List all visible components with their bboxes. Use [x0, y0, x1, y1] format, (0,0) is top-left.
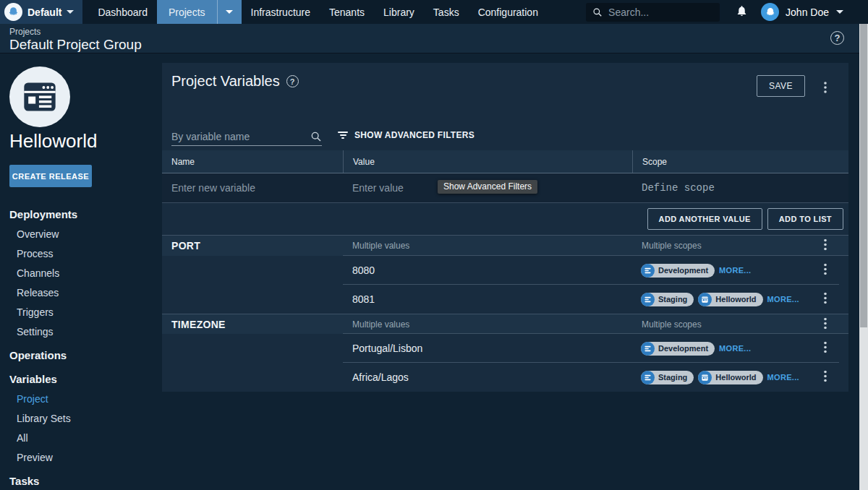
column-header-value: Value — [343, 150, 632, 173]
variable-group-row-timezone[interactable]: TIMEZONE Multiple values Multiple scopes — [162, 314, 848, 334]
row-menu-button[interactable] — [822, 291, 828, 308]
sidebar-item-project[interactable]: Project — [0, 389, 162, 408]
variable-value[interactable]: Africa/Lagos — [162, 371, 460, 383]
row-menu-button[interactable] — [822, 316, 828, 332]
more-link[interactable]: MORE... — [719, 344, 751, 353]
values-summary: Multiple values — [343, 241, 632, 251]
environment-icon — [641, 371, 655, 384]
scopes-summary: Multiple scopes — [632, 319, 848, 330]
kebab-icon — [824, 317, 827, 329]
variable-name[interactable]: TIMEZONE — [162, 319, 343, 330]
more-link[interactable]: MORE... — [767, 373, 799, 382]
variable-value-row: Africa/Lagos Staging Helloworld MORE... — [162, 363, 848, 392]
notifications-button[interactable] — [736, 4, 748, 20]
scope-chip-environment[interactable]: Development — [641, 342, 715, 356]
filter-icon — [338, 130, 348, 140]
sidebar-item-library-sets[interactable]: Library Sets — [0, 408, 162, 428]
create-release-button[interactable]: CREATE RELEASE — [9, 165, 92, 187]
nav-item-tasks[interactable]: Tasks — [424, 0, 469, 24]
sidebar-item-process[interactable]: Process — [0, 244, 162, 263]
sidebar-item-channels[interactable]: Channels — [0, 263, 162, 283]
sidebar-item-preview[interactable]: Preview — [0, 447, 162, 467]
project-icon — [698, 371, 712, 384]
page-title: Project Variables ? — [171, 73, 299, 90]
chevron-down-icon — [226, 10, 233, 14]
variable-name[interactable]: PORT — [162, 240, 343, 252]
variable-name-filter[interactable] — [171, 131, 322, 146]
show-advanced-filters-toggle[interactable]: SHOW ADVANCED FILTERS — [338, 130, 475, 140]
user-avatar[interactable] — [761, 3, 779, 21]
sidebar-item-triggers[interactable]: Triggers — [0, 302, 162, 322]
scope-chip-environment[interactable]: Development — [641, 264, 715, 278]
new-variable-name-input[interactable] — [171, 182, 326, 194]
project-window-icon — [21, 78, 59, 116]
sidebar-item-operations[interactable]: Operations — [0, 345, 162, 365]
nav-item-configuration[interactable]: Configuration — [469, 0, 548, 24]
sidebar-item-all[interactable]: All — [0, 428, 162, 447]
nav-item-tenants[interactable]: Tenants — [320, 0, 374, 24]
add-another-value-button[interactable]: ADD ANOTHER VALUE — [647, 208, 762, 230]
project-sidebar: Helloworld CREATE RELEASE Deployments Ov… — [0, 53, 162, 490]
kebab-icon — [824, 239, 827, 251]
global-search[interactable] — [586, 3, 720, 22]
help-icon: ? — [830, 31, 844, 45]
table-header: Name Value Scope — [162, 150, 848, 173]
advanced-filters-tooltip: Show Advanced Filters — [438, 180, 537, 194]
space-selector[interactable]: Default — [0, 0, 82, 24]
user-menu-chevron-icon[interactable] — [836, 10, 843, 14]
overflow-menu-button[interactable] — [822, 80, 828, 97]
sidebar-item-tasks[interactable]: Tasks — [0, 471, 162, 490]
add-to-list-button[interactable]: ADD TO LIST — [767, 208, 843, 230]
nav-item-projects[interactable]: Projects — [157, 0, 217, 24]
row-menu-button[interactable] — [822, 340, 828, 357]
variable-value[interactable]: Portugal/Lisbon — [162, 343, 460, 354]
breadcrumb[interactable]: Projects — [9, 27, 868, 37]
scope-chip-environment[interactable]: Staging — [641, 293, 694, 306]
sidebar-item-overview[interactable]: Overview — [0, 224, 162, 244]
environment-icon — [641, 293, 655, 306]
row-menu-button[interactable] — [822, 262, 828, 279]
search-icon — [310, 131, 322, 142]
scope-chip-project[interactable]: Helloworld — [698, 293, 762, 306]
row-menu-button[interactable] — [822, 369, 828, 386]
main-content: Project Variables ? SAVE SHOW ADVANCED F… — [162, 53, 868, 490]
scope-chip-project[interactable]: Helloworld — [698, 371, 762, 384]
bell-icon — [736, 4, 748, 17]
nav-item-dashboard[interactable]: Dashboard — [88, 0, 157, 24]
nav-item-library[interactable]: Library — [374, 0, 424, 24]
variable-value[interactable]: 8080 — [162, 265, 460, 276]
variable-value-row: Portugal/Lisbon Development MORE... — [162, 334, 848, 363]
projects-dropdown-button[interactable] — [217, 0, 242, 24]
variable-value[interactable]: 8081 — [162, 293, 460, 305]
page-scrollbar[interactable] — [859, 24, 868, 490]
chevron-down-icon — [67, 10, 74, 14]
project-icon — [698, 293, 712, 306]
variable-group-row-port[interactable]: PORT Multiple values Multiple scopes — [162, 236, 848, 256]
environment-icon — [641, 342, 655, 356]
more-link[interactable]: MORE... — [767, 295, 799, 304]
global-search-input[interactable] — [608, 7, 702, 18]
help-button[interactable]: ? — [830, 31, 844, 45]
octopus-logo-icon — [4, 3, 22, 21]
sidebar-item-settings[interactable]: Settings — [0, 322, 162, 341]
variable-name-filter-input[interactable] — [171, 131, 310, 142]
help-icon[interactable]: ? — [286, 75, 299, 87]
row-menu-button[interactable] — [822, 238, 828, 254]
sidebar-item-releases[interactable]: Releases — [0, 283, 162, 302]
scope-chip-environment[interactable]: Staging — [641, 371, 694, 384]
column-header-scope: Scope — [632, 150, 848, 173]
project-variables-card: Project Variables ? SAVE SHOW ADVANCED F… — [162, 63, 848, 392]
nav-item-infrastructure[interactable]: Infrastructure — [242, 0, 320, 24]
save-button[interactable]: SAVE — [757, 75, 805, 97]
user-name[interactable]: John Doe — [786, 7, 829, 18]
top-navbar: Default Dashboard Projects Infrastructur… — [0, 0, 868, 24]
sidebar-item-deployments[interactable]: Deployments — [0, 205, 162, 224]
breadcrumb-bar: Projects Default Project Group ? — [0, 24, 868, 53]
space-name: Default — [27, 7, 61, 18]
scrollbar-thumb[interactable] — [860, 24, 867, 327]
define-scope-button[interactable]: Define scope — [632, 182, 848, 194]
kebab-icon — [824, 342, 827, 353]
sidebar-item-variables[interactable]: Variables — [0, 369, 162, 389]
more-link[interactable]: MORE... — [719, 266, 751, 275]
column-header-name: Name — [162, 157, 343, 167]
